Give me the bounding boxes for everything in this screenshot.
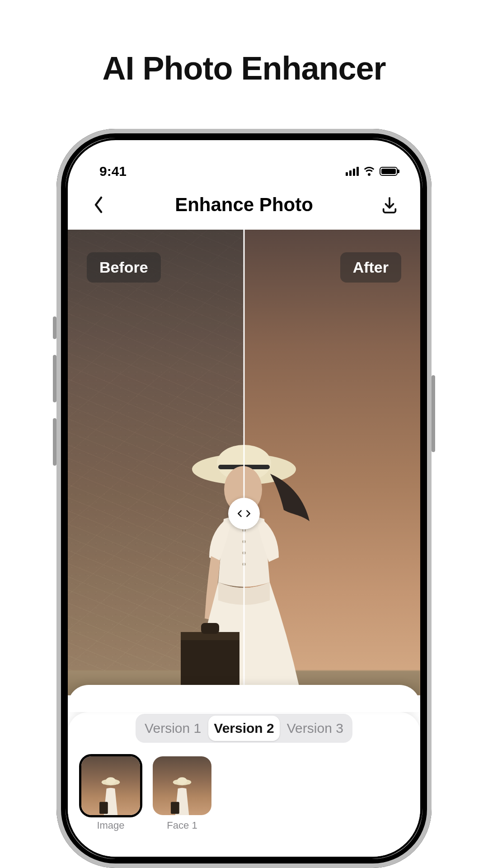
thumbnail-label: Image [81,820,140,831]
device-side-button [53,418,56,466]
status-time: 9:41 [99,164,127,179]
cellular-icon [346,167,359,176]
compare-slider-handle[interactable] [228,498,260,529]
device-frame: 9:41 Enhance Photo [56,129,432,868]
svg-point-13 [106,778,116,785]
version-tab-2[interactable]: Version 2 [208,716,279,741]
battery-icon [380,167,398,176]
status-bar: 9:41 [68,140,420,180]
download-icon [381,196,398,213]
back-button[interactable] [88,194,109,216]
download-button[interactable] [379,194,400,216]
svg-rect-14 [99,802,108,814]
after-badge: After [340,252,401,283]
drag-horizontal-icon [236,508,252,519]
page-title: AI Photo Enhancer [0,0,488,87]
svg-point-16 [177,778,187,785]
screen: 9:41 Enhance Photo [68,140,420,857]
thumbnail-image[interactable]: Image [81,756,140,831]
version-tab-3[interactable]: Version 3 [280,716,351,741]
bottom-sheet: Version 1 Version 2 Version 3 Image [68,712,420,857]
device-side-button [53,316,56,339]
device-side-button [432,375,435,452]
chevron-left-icon [92,196,105,214]
before-after-compare[interactable]: Before After [68,230,420,695]
thumbnail-label: Face 1 [153,820,211,831]
thumbnail-row: Image Face 1 [68,743,420,831]
svg-rect-11 [201,623,219,634]
svg-rect-17 [171,802,179,814]
app-header: Enhance Photo [68,180,420,230]
screen-title: Enhance Photo [109,194,379,216]
wifi-icon [363,167,375,176]
compare-divider [244,230,245,695]
version-segmented-control: Version 1 Version 2 Version 3 [136,714,352,743]
version-tab-1[interactable]: Version 1 [137,716,208,741]
device-side-button [53,355,56,402]
thumbnail-face-1[interactable]: Face 1 [153,756,211,831]
before-badge: Before [87,252,161,283]
